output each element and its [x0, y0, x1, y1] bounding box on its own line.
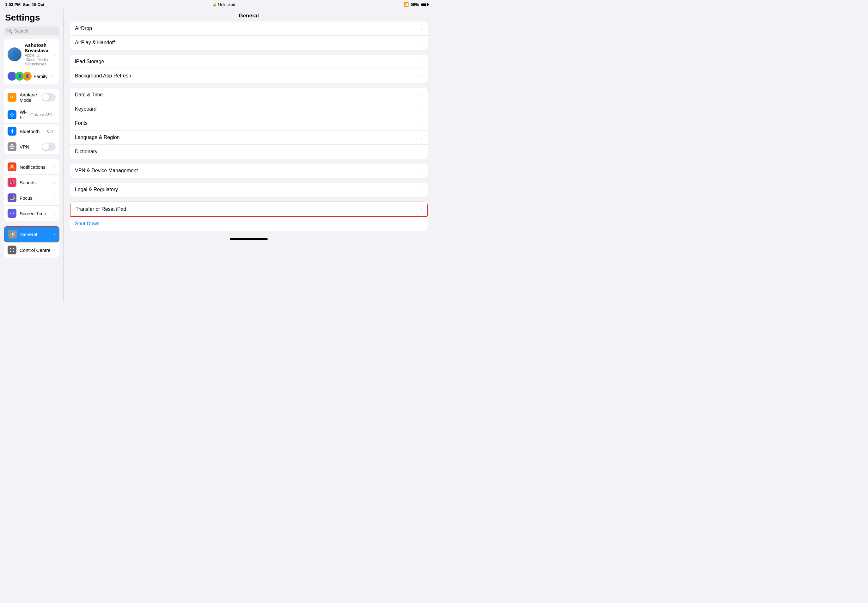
notifications-label: Notifications [20, 164, 54, 170]
search-icon: 🔍 [7, 28, 12, 34]
sounds-label: Sounds [20, 180, 54, 185]
notifications-icon: 🔔 [8, 162, 16, 171]
sidebar-item-wifi[interactable]: Wi-Fi Galaxy A51 › [4, 106, 59, 124]
content-item-airdrop[interactable]: AirDrop › [70, 22, 428, 36]
airdrop-label: AirDrop [75, 26, 421, 31]
fonts-chevron: › [421, 121, 422, 126]
wifi-status-icon: 📶 [403, 2, 409, 7]
content-section-datetime: Date & Time › Keyboard › Fonts › Languag… [70, 88, 428, 159]
content-title: General [63, 9, 434, 22]
wifi-label: Wi-Fi [20, 109, 30, 120]
home-indicator [63, 236, 434, 243]
language-region-label: Language & Region [75, 135, 421, 140]
search-box[interactable]: 🔍 Search [4, 26, 59, 36]
airplane-mode-toggle[interactable] [42, 93, 56, 102]
content-item-background-refresh[interactable]: Background App Refresh › [70, 69, 428, 83]
status-center: 🔒 Unlocked [212, 2, 235, 7]
control-centre-icon [8, 246, 16, 254]
bluetooth-label: Bluetooth [20, 128, 47, 134]
content-section-transfer: Transfer or Reset iPad › Shut Down [70, 202, 428, 231]
content-section-storage: iPad Storage › Background App Refresh › [70, 55, 428, 83]
bluetooth-value: On [47, 128, 53, 134]
content-item-airplay[interactable]: AirPlay & Handoff › [70, 36, 428, 49]
sidebar-item-screen-time[interactable]: ⏱ Screen Time › [4, 206, 59, 221]
airplay-chevron: › [421, 40, 422, 45]
screen-time-chevron: › [54, 211, 56, 216]
sidebar-item-bluetooth[interactable]: Bluetooth On › [4, 124, 59, 139]
sidebar-item-focus[interactable]: 🌙 Focus › [4, 190, 59, 206]
avatar: 👤 [8, 47, 22, 61]
shutdown-label: Shut Down [75, 221, 422, 227]
sidebar-item-notifications[interactable]: 🔔 Notifications › [4, 159, 59, 175]
legal-chevron: › [421, 187, 422, 192]
fonts-label: Fonts [75, 121, 421, 126]
status-right: 📶 99% [403, 2, 429, 7]
sidebar: Settings 🔍 Search 👤 Ashutosh Srivastava … [0, 9, 63, 302]
profile-section[interactable]: 👤 Ashutosh Srivastava Apple ID, iCloud, … [4, 39, 59, 84]
profile-chevron: › [54, 52, 56, 57]
dictionary-chevron: › [421, 149, 422, 154]
content-section-airdrop: AirDrop › AirPlay & Handoff › [70, 22, 428, 49]
content-section-vpn: VPN & Device Management › [70, 164, 428, 178]
family-row[interactable]: 👤 👤 👤 Family › [8, 72, 56, 80]
transfer-reset-label: Transfer or Reset iPad [76, 206, 421, 212]
family-label: Family [34, 74, 47, 79]
profile-info: Ashutosh Srivastava Apple ID, iCloud, Me… [25, 42, 51, 66]
sidebar-system-section: General › Control Centre › [4, 226, 59, 258]
sidebar-notif-section: 🔔 Notifications › 🔊 Sounds › 🌙 Focus › ⏱… [4, 159, 59, 221]
vpn-label: VPN [20, 144, 42, 150]
content-item-legal[interactable]: Legal & Regulatory › [70, 182, 428, 196]
sidebar-item-general[interactable]: General › [4, 226, 59, 243]
search-container[interactable]: 🔍 Search [0, 25, 63, 39]
content-item-dictionary[interactable]: Dictionary › [70, 145, 428, 159]
sidebar-item-control-centre[interactable]: Control Centre › [4, 243, 59, 258]
content-item-ipad-storage[interactable]: iPad Storage › [70, 55, 428, 69]
notifications-chevron: › [54, 164, 56, 169]
ipad-storage-chevron: › [421, 59, 422, 64]
profile-name: Ashutosh Srivastava [25, 42, 51, 53]
family-avatar-3: 👤 [23, 72, 32, 80]
date-time-chevron: › [421, 92, 422, 97]
focus-label: Focus [20, 195, 54, 201]
content-item-fonts[interactable]: Fonts › [70, 116, 428, 130]
sidebar-item-vpn[interactable]: VPN [4, 139, 59, 154]
family-avatars: 👤 👤 👤 [8, 72, 30, 80]
airplane-mode-icon: ✈ [8, 93, 16, 102]
focus-chevron: › [54, 195, 56, 200]
date-time-label: Date & Time [75, 92, 421, 97]
vpn-device-label: VPN & Device Management [75, 168, 421, 173]
transfer-reset-chevron: › [421, 207, 422, 212]
keyboard-chevron: › [421, 107, 422, 111]
sidebar-title: Settings [0, 9, 63, 25]
sounds-chevron: › [54, 180, 56, 185]
general-label: General [20, 232, 53, 237]
screen-time-icon: ⏱ [8, 209, 16, 218]
content-item-vpn-device[interactable]: VPN & Device Management › [70, 164, 428, 178]
focus-icon: 🌙 [8, 193, 16, 202]
general-icon [8, 230, 17, 239]
unlock-label: Unlocked [218, 2, 235, 7]
content-item-keyboard[interactable]: Keyboard › [70, 102, 428, 116]
content-item-language-region[interactable]: Language & Region › [70, 130, 428, 145]
legal-label: Legal & Regulatory [75, 187, 421, 192]
family-chevron: › [51, 74, 52, 79]
lock-icon: 🔒 [212, 3, 217, 7]
wifi-chevron: › [54, 112, 56, 117]
content-item-date-time[interactable]: Date & Time › [70, 88, 428, 102]
vpn-icon [8, 142, 16, 151]
svg-point-7 [12, 250, 14, 252]
background-refresh-chevron: › [421, 73, 422, 78]
sounds-icon: 🔊 [8, 178, 16, 187]
svg-point-5 [12, 248, 14, 249]
sidebar-item-airplane-mode[interactable]: ✈ Airplane Mode [4, 89, 59, 106]
battery-icon [421, 3, 429, 6]
profile-row[interactable]: 👤 Ashutosh Srivastava Apple ID, iCloud, … [8, 42, 56, 69]
content-item-transfer-reset[interactable]: Transfer or Reset iPad › [70, 202, 428, 217]
bluetooth-icon [8, 127, 16, 136]
sidebar-item-sounds[interactable]: 🔊 Sounds › [4, 175, 59, 190]
vpn-toggle[interactable] [42, 142, 56, 151]
content-item-shutdown[interactable]: Shut Down [70, 217, 428, 231]
wifi-value: Galaxy A51 [30, 112, 53, 117]
control-centre-label: Control Centre [20, 247, 54, 253]
airplay-label: AirPlay & Handoff [75, 40, 421, 45]
